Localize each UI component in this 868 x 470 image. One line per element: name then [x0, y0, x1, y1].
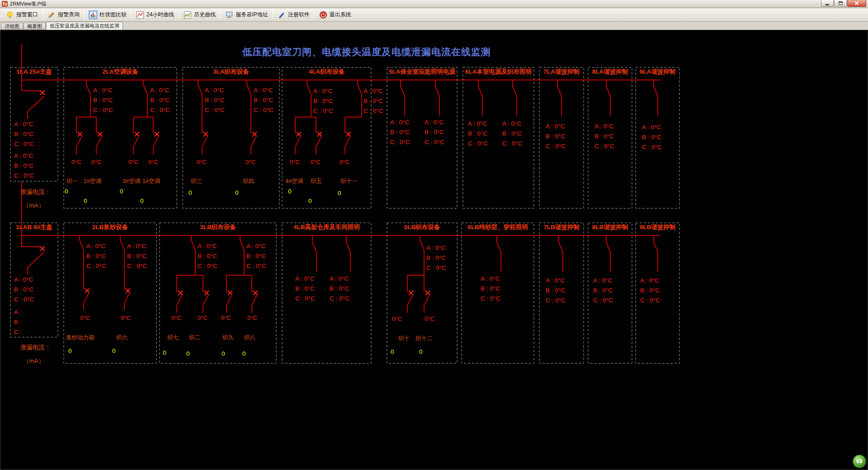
toolbar: 报警窗口报警查询柱状图比较24小时曲线历史曲线服务器IP地址注册软件退出系统 [0, 8, 868, 22]
feeder-temp: 0°C [197, 159, 207, 165]
switch-blade [557, 86, 561, 96]
panel-title: 8LA谐波抑制 [592, 68, 628, 75]
phase-temp: B : 0°C [93, 97, 113, 103]
phase-temp: C : 0°C [150, 107, 170, 113]
feeder-label: 织十一 [340, 178, 358, 184]
toolbar-button-alarm-window[interactable]: 报警窗口 [3, 9, 41, 20]
feeder-label: 织一 [66, 178, 78, 184]
feeder-temp: 0°C [425, 315, 434, 322]
toolbar-button-label: 报警窗口 [16, 11, 38, 19]
close-button[interactable] [847, 0, 866, 7]
phase-temp: A : 0°C [150, 87, 169, 94]
feeder-label: 2#空调 [84, 178, 101, 184]
phase-temp: C : 0°C [481, 295, 500, 302]
phase-temp: C : 0°C [594, 143, 614, 150]
phase-temp: A : [14, 309, 21, 315]
phase-temp: C : 0°C [546, 143, 566, 150]
tab-monitor[interactable]: 低压室温度及泄漏电流在线监测 [46, 22, 123, 30]
toolbar-button-alarm-query[interactable]: 报警查询 [44, 9, 83, 20]
phase-temp: B : 0°C [254, 97, 273, 103]
panel-title: 2LA空调设备 [102, 68, 138, 75]
feeder-temp: 0°C [198, 315, 208, 321]
phase-temp: A : 0°C [468, 120, 487, 127]
toolbar-separator [42, 10, 43, 19]
switch-blade [28, 96, 44, 112]
switch-blade [316, 137, 321, 147]
toolbar-button-curve-24h[interactable]: 24小时曲线 [133, 9, 177, 20]
window-title: ZRMView客户端 [10, 0, 46, 7]
toolbar-button-server-ip[interactable]: 服务器IP地址 [222, 9, 271, 20]
switch-blade [478, 86, 482, 96]
phase-temp: A : 0°C [86, 243, 105, 249]
panel-title: 9LB谐波抑制 [640, 224, 676, 230]
feeder-temp: 0°C [128, 159, 138, 165]
feeder-temp: 0°C [221, 315, 231, 321]
toolbar-button-exit[interactable]: 退出系统 [316, 9, 354, 20]
phase-temp: C : 0°C [426, 264, 446, 271]
panel-title: 7LB谐波抑制 [543, 224, 580, 230]
tab-overview[interactable]: 概要图 [24, 23, 46, 30]
feeder-label: 织十 [398, 335, 410, 342]
bars-icon [89, 11, 97, 19]
leak-unit: （mA） [23, 357, 44, 364]
switch-blade [76, 137, 81, 147]
toolbar-separator [179, 10, 179, 19]
toolbar-button-label: 报警查询 [58, 11, 80, 19]
phase-temp: B : 0°C [205, 97, 224, 103]
toolbar-button-history-curve[interactable]: 历史曲线 [180, 9, 219, 20]
phase-temp: B : 0°C [150, 97, 170, 103]
toolbar-separator [314, 10, 315, 19]
switch-blade [654, 242, 658, 252]
phase-temp: A : 0°C [254, 87, 273, 94]
phase-temp: A : 0°C [127, 243, 146, 249]
phase-temp: B : 0°C [425, 129, 444, 136]
float-ball-value: 69 [856, 458, 862, 465]
switch-blade [358, 85, 362, 94]
phase-temp: C : 0°C [468, 140, 488, 147]
leak-label: 泄漏电流： [20, 344, 51, 351]
phase-temp: A : 0°C [390, 119, 409, 126]
toolbar-button-label: 24小时曲线 [146, 11, 174, 19]
toolbar-button-register[interactable]: 注册软件 [274, 9, 313, 20]
switch-blade [198, 85, 202, 94]
switch-blade [307, 85, 311, 94]
feeder-label: 织八 [244, 334, 256, 341]
feeder-temp: 0°C [392, 315, 402, 322]
toolbar-separator [131, 10, 132, 19]
feeder-label: 织四 [243, 178, 254, 184]
phase-temp: B : 0°C [14, 286, 33, 293]
switch-blade [133, 137, 138, 147]
panel-title: 4LA织布设备 [309, 68, 345, 75]
toolbar-button-bar-compare[interactable]: 柱状图比较 [86, 9, 130, 20]
phase-temp: C : 0°C [246, 263, 266, 269]
switch-blade [226, 296, 231, 306]
leak-current-value: 0 [288, 188, 292, 195]
switch-blade [654, 86, 658, 96]
phase-temp: C : 0°C [127, 263, 147, 269]
switch-blade [407, 296, 412, 306]
toolbar-separator [84, 10, 85, 19]
feeder-temp: 0°C [245, 159, 255, 165]
phase-temp: B : 0°C [390, 129, 410, 136]
leak-label: 泄漏电流： [20, 188, 51, 195]
phase-temp: A : 0°C [481, 275, 500, 282]
tab-detail[interactable]: 详细图 [1, 23, 23, 30]
window-controls [821, 0, 866, 7]
phase-temp: C : 0°C [93, 107, 113, 113]
leak-current-value: 0 [235, 189, 239, 196]
switch-blade [120, 240, 124, 250]
switch-blade [606, 86, 610, 96]
toolbar-button-label: 服务器IP地址 [236, 11, 268, 19]
minimize-button[interactable] [821, 0, 834, 7]
phase-temp: C : 0°C [642, 144, 662, 150]
phase-temp: C : 0°C [14, 296, 34, 303]
switch-blade [247, 85, 251, 94]
circuit-diagram: 1LA 25#主盘A : 0°CB : 0°CC : 0°CA : 0°CB :… [0, 30, 868, 470]
leak-unit: （mA） [23, 202, 44, 209]
toolbar-button-label: 历史曲线 [194, 11, 216, 19]
phase-temp: A : 0°C [14, 152, 33, 159]
security-float-ball[interactable]: 69 [853, 455, 866, 468]
feeder-temp: 0°C [171, 315, 181, 321]
maximize-button[interactable] [834, 0, 847, 7]
server-icon [225, 11, 233, 19]
